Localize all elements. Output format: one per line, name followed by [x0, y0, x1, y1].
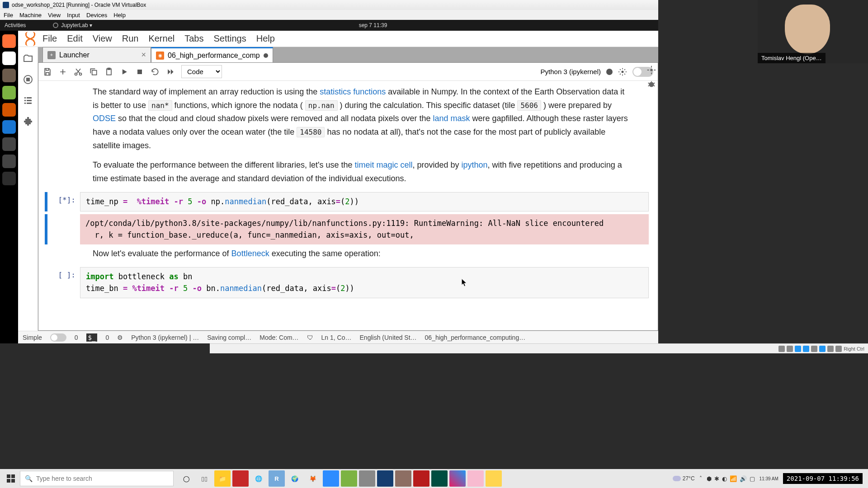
vbox-menu-file[interactable]: File [4, 12, 13, 19]
app-pink[interactable] [467, 470, 484, 487]
vbox-menu-devices[interactable]: Devices [86, 12, 107, 19]
menu-file[interactable]: File [42, 33, 57, 44]
dock-chrome[interactable] [2, 52, 16, 65]
dock-terminal[interactable] [2, 172, 16, 185]
rstudio-icon[interactable]: R [269, 470, 285, 487]
link-ipython[interactable]: ipython [462, 160, 488, 169]
menu-view[interactable]: View [93, 33, 112, 44]
notebook-content[interactable]: The standard way of implement an array r… [38, 81, 658, 330]
warning-output: /opt/conda/lib/python3.8/site-packages/n… [80, 214, 649, 244]
chrome-icon[interactable]: 🌐 [250, 470, 267, 487]
dock-rstudio[interactable] [2, 120, 16, 134]
dock-app[interactable] [2, 137, 16, 151]
chevron-up-icon[interactable]: ˄ [699, 475, 702, 482]
volume-icon[interactable]: 🔊 [740, 475, 747, 482]
running-icon[interactable] [23, 74, 33, 85]
close-icon[interactable]: × [141, 50, 146, 60]
restart-run-icon[interactable] [166, 67, 175, 76]
overlay-clock: 2021-09-07 11:39:56 [783, 473, 863, 484]
shield-icon: 🛡 [307, 334, 313, 341]
link-odse[interactable]: ODSE [93, 114, 116, 123]
link-bottleneck[interactable]: Bottleneck [231, 249, 269, 258]
dock-jupyter[interactable] [2, 103, 16, 117]
cut-icon[interactable] [74, 67, 83, 76]
zoom-icon[interactable] [323, 470, 339, 487]
terminal-icon[interactable]: $_ [86, 333, 98, 342]
tab-notebook[interactable]: ◉ 06_high_performance_comp [151, 47, 273, 62]
menu-tabs[interactable]: Tabs [184, 33, 203, 44]
firefox-icon[interactable]: 🦊 [305, 470, 321, 487]
jupyter-menubar: File Edit View Run Kernel Tabs Settings … [42, 33, 275, 44]
menu-edit[interactable]: Edit [67, 33, 82, 44]
app-indicator[interactable]: JupyterLab ▾ [53, 22, 92, 28]
paste-icon[interactable] [104, 67, 113, 76]
menu-help[interactable]: Help [256, 33, 275, 44]
link-timeit[interactable]: timeit magic cell [354, 160, 412, 169]
run-icon[interactable] [120, 67, 129, 76]
save-icon[interactable] [43, 67, 52, 76]
copy-icon[interactable] [89, 67, 98, 76]
vbox-menu-machine[interactable]: Machine [19, 12, 42, 19]
simple-toggle[interactable] [50, 333, 66, 342]
win-clock-small[interactable]: 11:39 AM [760, 476, 778, 481]
dock-files[interactable] [2, 69, 16, 82]
kernel-settings-icon[interactable] [618, 67, 627, 76]
windows-search[interactable]: 🔍 Type here to search [20, 471, 174, 486]
battery-icon[interactable]: ▢ [750, 475, 755, 482]
jupyter-left-sidebar [18, 47, 38, 331]
kernel-name[interactable]: Python 3 (ipykernel) [541, 68, 601, 75]
app-dark[interactable] [431, 470, 448, 487]
extension-icon[interactable] [23, 116, 33, 127]
task-view-icon[interactable]: ◯ [178, 470, 194, 487]
code-cell[interactable]: [ ]: import bottleneck as bn time_bn = %… [38, 267, 649, 298]
celltype-select[interactable]: Code [181, 65, 222, 78]
link-land-mask[interactable]: land mask [433, 114, 470, 123]
app-red[interactable] [232, 470, 249, 487]
vbox-menu-help[interactable]: Help [113, 12, 126, 19]
app-green[interactable] [341, 470, 357, 487]
explorer-icon[interactable]: 📁 [214, 470, 231, 487]
restart-icon[interactable] [151, 67, 160, 76]
menu-run[interactable]: Run [122, 33, 139, 44]
link-statistics-functions[interactable]: statistics functions [320, 87, 386, 96]
app-yellow[interactable] [486, 470, 502, 487]
code-input[interactable]: import bottleneck as bn time_bn = %timei… [80, 267, 649, 298]
acrobat-icon[interactable] [413, 470, 429, 487]
menu-kernel[interactable]: Kernel [148, 33, 175, 44]
virtualbox-icon[interactable] [377, 470, 393, 487]
code-cell[interactable]: [*]: time_np = %timeit -r 5 -o np.nanmed… [38, 192, 649, 212]
stop-icon[interactable] [135, 67, 144, 76]
vbox-titlebar: odse_workshop_2021 [Running] - Oracle VM… [0, 0, 658, 10]
app-brown[interactable] [395, 470, 411, 487]
jupyter-logo[interactable] [23, 31, 38, 47]
cell-prompt: [*]: [47, 192, 80, 212]
svg-point-15 [650, 69, 653, 71]
property-inspector-icon[interactable] [646, 65, 656, 75]
weather-widget[interactable]: 27°C [673, 475, 695, 482]
dock-app2[interactable] [2, 155, 16, 168]
vbox-menu-view[interactable]: View [48, 12, 61, 19]
add-cell-icon[interactable] [58, 67, 67, 76]
menu-settings[interactable]: Settings [213, 33, 246, 44]
activities-button[interactable]: Activities [5, 22, 26, 28]
tray-icon[interactable]: ✱ [714, 475, 719, 482]
vb-usb-icon [803, 346, 809, 352]
code-input[interactable]: time_np = %timeit -r 5 -o np.nanmedian(r… [80, 192, 649, 212]
folder-icon[interactable] [23, 53, 33, 64]
vbox-menu-input[interactable]: Input [67, 12, 80, 19]
dock-firefox[interactable] [2, 34, 16, 48]
tray-icon[interactable]: ◐ [722, 475, 727, 482]
tab-launcher[interactable]: + Launcher × [42, 47, 151, 62]
start-button[interactable] [2, 469, 20, 488]
toc-icon[interactable] [23, 95, 33, 106]
cortana-icon[interactable]: ▯▯ [196, 470, 212, 487]
svg-rect-7 [27, 103, 32, 104]
tray-icon[interactable]: ⬢ [707, 475, 712, 482]
dock-qgis[interactable] [2, 86, 16, 99]
app-globe[interactable]: 🌍 [287, 470, 303, 487]
app-colorful[interactable] [449, 470, 466, 487]
debugger-icon[interactable] [646, 80, 656, 89]
gear-icon[interactable]: ⚙ [117, 334, 123, 341]
wifi-icon[interactable]: 📶 [730, 475, 737, 482]
app-gray[interactable] [359, 470, 375, 487]
